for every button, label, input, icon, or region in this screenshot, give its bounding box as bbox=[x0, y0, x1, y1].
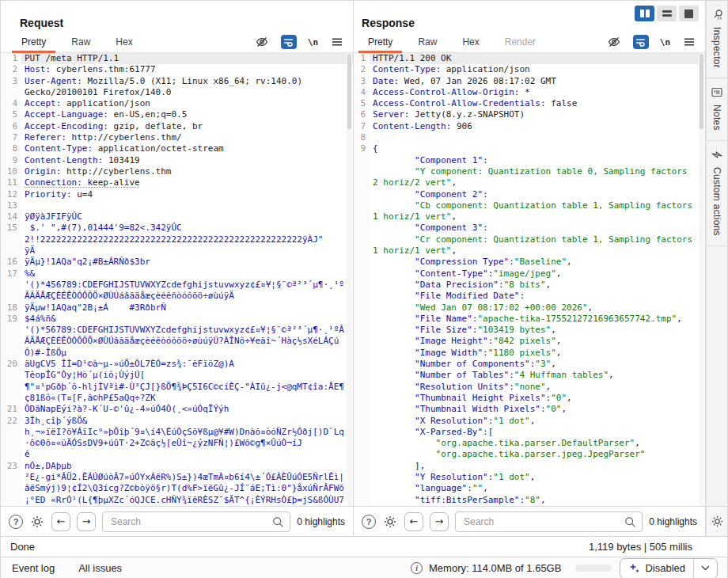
response-highlights-count: 0 highlights bbox=[649, 516, 697, 527]
show-newlines-icon[interactable]: \n bbox=[308, 37, 318, 48]
line-number: 13 bbox=[1, 200, 21, 211]
line-number: 23 bbox=[1, 461, 21, 506]
line-number: 15 bbox=[1, 222, 21, 257]
hide-highlights-icon[interactable] bbox=[606, 35, 622, 49]
search-settings-gear-icon[interactable] bbox=[382, 515, 398, 529]
layout-columns-button[interactable] bbox=[635, 6, 654, 21]
line-number bbox=[354, 291, 370, 302]
line-number bbox=[354, 279, 370, 291]
search-prev-button[interactable]: ← bbox=[404, 512, 423, 531]
line-content: nÓ±,DAþµb ²E¿-gi*ÂÜ2.ÊÁÚØúòÂ7»úÓYxÁëR%)S… bbox=[21, 461, 353, 506]
all-issues-tab[interactable]: All issues bbox=[78, 562, 122, 574]
line-number bbox=[354, 370, 370, 381]
event-log-tab[interactable]: Event log bbox=[12, 562, 55, 574]
search-settings-gear-icon[interactable] bbox=[29, 515, 45, 529]
line-content: "Data Precision":"8 bits", bbox=[370, 279, 705, 291]
editor-line: "org.apache.tika.parser.jpeg.JpegParser" bbox=[354, 449, 705, 460]
editor-menu-icon[interactable] bbox=[681, 35, 697, 49]
tab-response-pretty[interactable]: Pretty bbox=[355, 33, 405, 52]
ai-status-label: Disabled bbox=[645, 562, 685, 574]
editor-line: "Compression Type":"Baseline", bbox=[354, 257, 705, 268]
soft-wrap-icon[interactable] bbox=[633, 35, 649, 49]
line-number: 1 bbox=[354, 53, 370, 64]
line-content: Referer: http://cyberlens.thm/ bbox=[21, 132, 353, 143]
editor-line: 11Connection: keep-alive bbox=[1, 177, 353, 188]
show-newlines-icon[interactable]: \n bbox=[660, 37, 670, 48]
editor-line: 1PUT /meta HTTP/1.1 bbox=[1, 53, 353, 64]
chevron-down-icon bbox=[701, 565, 710, 571]
editor-line: 17%& '()*456789:CDEFGHIJSTUVWXYZcdefghij… bbox=[1, 268, 353, 302]
line-number bbox=[354, 438, 370, 449]
search-next-button[interactable]: → bbox=[430, 512, 449, 531]
line-content: $4á%ñ& '()*56789:CDEFGHIJSTUVWXYZcdefghi… bbox=[21, 314, 353, 359]
search-next-button[interactable]: → bbox=[77, 512, 96, 531]
response-search-input[interactable] bbox=[456, 512, 642, 531]
editor-line: 4Accept: application/json bbox=[1, 98, 353, 109]
line-content: "tiff:BitsPerSample":"8", bbox=[370, 495, 705, 506]
request-scrollbar[interactable] bbox=[347, 53, 352, 506]
response-scrollbar[interactable] bbox=[699, 53, 704, 506]
editor-line: 1HTTP/1.1 200 OK bbox=[354, 53, 705, 64]
hide-highlights-icon[interactable] bbox=[254, 35, 270, 49]
info-icon[interactable]: i bbox=[411, 562, 423, 574]
line-number: 5 bbox=[1, 109, 21, 120]
request-search-input[interactable] bbox=[103, 512, 290, 531]
sidebar-tab-custom-actions[interactable]: Custom actions bbox=[707, 141, 727, 246]
editor-line: 10Origin: http://cyberlens.thm bbox=[1, 166, 353, 177]
tab-request-raw[interactable]: Raw bbox=[59, 33, 103, 52]
tab-response-raw[interactable]: Raw bbox=[405, 33, 449, 52]
soft-wrap-icon[interactable] bbox=[281, 35, 297, 49]
line-number bbox=[354, 461, 370, 472]
request-search-bar: ? ← → 0 highlights bbox=[1, 506, 353, 536]
search-prev-button[interactable]: ← bbox=[51, 512, 70, 531]
line-content: Content-Length: 906 bbox=[370, 121, 705, 132]
tab-response-hex[interactable]: Hex bbox=[449, 33, 491, 52]
line-content bbox=[21, 200, 353, 211]
line-content: Content-Type: application/octet-stream bbox=[21, 143, 353, 154]
search-help-icon[interactable]: ? bbox=[362, 515, 376, 529]
line-content: Accept-Language: en-US,en;q=0.5 bbox=[21, 109, 353, 120]
editor-line: 21ÕDäNapEýi?à?-K´U-©'û¿-4»úÓ4Ò(¸<»úÓqÏÝý… bbox=[1, 404, 353, 415]
editor-line: 2Content-Type: application/json bbox=[354, 64, 705, 75]
line-number: 4 bbox=[1, 98, 21, 109]
sidebar-tab-notes[interactable]: Notes bbox=[707, 78, 727, 141]
line-content: "File Size":"103419 bytes", bbox=[370, 325, 705, 336]
sidebar-settings-gear-icon[interactable] bbox=[707, 506, 727, 536]
tab-request-pretty[interactable]: Pretty bbox=[9, 33, 59, 52]
request-scrollbar-thumb[interactable] bbox=[347, 54, 351, 129]
response-editor[interactable]: 1HTTP/1.1 200 OK2Content-Type: applicati… bbox=[354, 53, 705, 506]
tab-response-render[interactable]: Render bbox=[492, 33, 548, 52]
line-content: äUgCV5 ÎÌ=D¹©à~µ-»úÖ±ÕL7ÈÓ=zs¾:¯ëFïöZ@)A… bbox=[21, 359, 353, 404]
line-number: 14 bbox=[1, 211, 21, 222]
line-number bbox=[354, 200, 370, 223]
line-number bbox=[354, 336, 370, 347]
sidebar-tab-label: Inspector bbox=[711, 27, 722, 68]
line-number: 12 bbox=[1, 189, 21, 200]
request-editor[interactable]: 1PUT /meta HTTP/1.12Host: cyberlens.thm:… bbox=[1, 53, 353, 506]
editor-menu-icon[interactable] bbox=[329, 35, 345, 49]
line-number bbox=[354, 495, 370, 506]
editor-line: "Thumbnail Width Pixels":"0", bbox=[354, 404, 705, 415]
line-number: 9 bbox=[354, 143, 370, 154]
tab-request-hex[interactable]: Hex bbox=[103, 33, 145, 52]
layout-rows-button[interactable] bbox=[657, 6, 677, 21]
line-content: "File Modified Date": bbox=[370, 291, 705, 302]
line-number: 3 bbox=[1, 76, 21, 99]
response-title: Response bbox=[362, 17, 415, 29]
editor-line: 8 bbox=[354, 132, 705, 143]
layout-single-button[interactable] bbox=[679, 6, 699, 21]
line-number: 2 bbox=[1, 64, 21, 75]
response-scrollbar-thumb[interactable] bbox=[700, 54, 703, 129]
search-help-icon[interactable]: ? bbox=[9, 515, 23, 529]
editor-line: "Image Width":"1180 pixels", bbox=[354, 348, 705, 359]
editor-line: 15 $.' ",#(7),01444'9=82<.342ÿÛC 2!!2222… bbox=[1, 222, 353, 257]
request-header: Request Pretty Raw Hex \n bbox=[1, 1, 353, 53]
editor-line: "Component 3": bbox=[354, 222, 705, 234]
sidebar-tab-inspector[interactable]: Inspector bbox=[707, 1, 727, 78]
line-content: Priority: u=4 bbox=[21, 189, 353, 200]
editor-line: 23nÓ±,DAþµb ²E¿-gi*ÂÜ2.ÊÁÚØúòÂ7»úÓYxÁëR%… bbox=[1, 461, 353, 506]
burp-ai-toggle[interactable]: Disabled bbox=[620, 562, 693, 574]
line-number bbox=[354, 472, 370, 483]
ai-dropdown-chevron[interactable] bbox=[693, 559, 717, 578]
editor-line: 7Content-Length: 906 bbox=[354, 121, 705, 132]
